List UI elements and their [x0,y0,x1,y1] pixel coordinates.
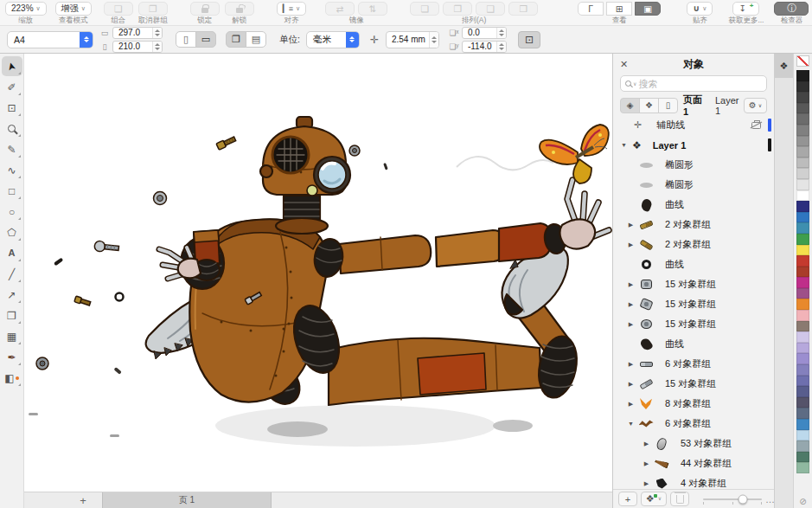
color-swatch[interactable] [796,179,809,190]
color-swatch[interactable] [796,92,809,103]
page-size-dropdown[interactable]: A4 [7,31,93,48]
color-swatch[interactable] [796,430,809,441]
tool-polygon[interactable]: ⬠ [2,222,22,242]
object-row[interactable]: 椭圆形 [613,175,774,195]
zoom-level-dropdown[interactable]: 223% ∨ [5,2,47,16]
page-width-stepper[interactable] [152,28,162,38]
color-swatch[interactable] [796,222,809,234]
expand-icon[interactable]: ▶ [626,401,636,408]
color-swatch[interactable] [796,212,809,223]
guides-color-bar[interactable] [768,119,771,132]
layer-row[interactable]: ▼ ❖ Layer 1 [613,135,774,155]
color-swatch[interactable] [796,331,809,343]
get-more-button[interactable]: ↧ + [732,2,759,16]
color-swatch[interactable] [796,190,809,202]
grid-view-button[interactable]: ⊞ [606,2,632,16]
color-swatch[interactable] [796,277,809,288]
color-swatch[interactable] [796,146,809,158]
show-all-objects-button[interactable]: ◈ [620,98,640,113]
search-input[interactable] [638,79,762,89]
tool-pick[interactable]: ➤ [2,56,22,76]
color-swatch[interactable] [796,288,809,299]
color-swatch[interactable] [796,70,809,81]
color-swatch[interactable] [796,136,809,147]
snap-dropdown[interactable]: ∪ ∨ [687,2,713,16]
mirror-vertical-button[interactable]: ⇅ [358,2,387,16]
tool-text[interactable]: A [2,243,22,263]
search-field[interactable]: ∨ [620,75,767,92]
tool-zoom[interactable] [2,119,22,138]
color-swatch[interactable] [796,462,809,473]
page-height-stepper[interactable] [152,42,162,52]
color-swatch[interactable] [796,397,809,408]
object-row[interactable]: ▶ 6 对象群组 [613,354,774,374]
tool-ellipse[interactable]: ○ [2,202,22,222]
tool-connector[interactable]: ↗ [2,285,22,305]
close-icon[interactable]: ✕ [620,59,632,70]
expand-icon[interactable]: ▶ [626,381,636,388]
guides-row[interactable]: ✛ 辅助线 [613,115,774,135]
object-row[interactable]: ▶ 44 对象群组 [613,453,774,473]
color-swatch[interactable] [796,321,809,332]
color-swatch[interactable] [796,343,809,354]
color-swatch[interactable] [796,245,809,256]
expand-icon[interactable]: ▶ [626,361,636,368]
duplicate-y-stepper[interactable] [496,42,506,52]
layer-color-bar[interactable] [768,138,771,151]
new-layer-button[interactable]: ❖ ∨ [641,492,667,506]
tool-crop[interactable]: ⊡ [2,98,22,118]
inspector-button[interactable]: ⓘ [774,2,809,16]
object-row[interactable]: ▶ 15 对象群组 [613,274,774,294]
color-swatch[interactable] [796,310,809,321]
color-swatch[interactable] [796,103,809,114]
color-swatch[interactable] [796,113,809,125]
object-row[interactable]: 曲线 [613,254,774,274]
expand-icon[interactable]: ▶ [642,460,651,467]
page-tab[interactable]: 页 1 [102,492,272,508]
page-width-field[interactable]: 297.0 [112,27,163,39]
duplicate-y-field[interactable]: -114.0 [462,41,507,53]
all-pages-button[interactable]: ❐ [226,31,246,48]
back-one-button[interactable]: ❒ [508,2,538,16]
duplicate-x-field[interactable]: 0.0 [462,27,507,39]
color-swatch[interactable] [796,125,809,136]
tool-freehand[interactable]: ✎ [2,139,22,159]
object-row[interactable]: ▶ 2 对象群组 [613,215,774,235]
layers-view-button[interactable]: ❖ [639,98,659,113]
color-swatch[interactable] [796,408,809,419]
expand-icon[interactable]: ▶ [626,301,636,308]
expand-icon[interactable]: ▶ [642,480,651,487]
object-row[interactable]: ▶ 2 对象群组 [613,235,774,254]
current-page-button[interactable]: ▤ [246,31,266,48]
add-page-button[interactable]: + [74,494,92,507]
lock-button[interactable] [190,2,220,16]
color-swatch[interactable] [796,386,809,397]
object-row[interactable]: ▶ 53 对象群组 [613,434,774,453]
color-swatch[interactable] [796,234,809,245]
to-back-button[interactable]: ❐ [443,2,472,16]
preview-view-button[interactable]: ▣ [635,2,661,16]
color-swatch[interactable] [796,452,809,463]
page-sorter-view-button[interactable]: Γ [578,2,604,16]
object-row[interactable]: ▶ 15 对象群组 [613,294,774,314]
new-object-button[interactable]: + [618,492,637,506]
color-swatch[interactable] [796,440,809,452]
color-swatch[interactable] [796,353,809,364]
color-swatch[interactable] [796,158,809,169]
nudge-stepper[interactable] [429,32,438,48]
object-row[interactable]: ▶ 8 对象群组 [613,394,774,414]
treat-as-filled-toggle[interactable]: ⊡ [518,31,540,48]
object-row[interactable]: ▶ 4 对象群组 [613,473,774,489]
slider-knob[interactable] [738,494,748,504]
tool-mesh-fill[interactable]: ▦ [2,326,22,346]
to-front-button[interactable]: ❏ [410,2,439,16]
nudge-distance-field[interactable]: 2.54 mm [386,31,439,48]
color-swatch[interactable] [796,376,809,387]
tool-eyedropper[interactable]: ✒ [2,347,22,367]
tool-shadow[interactable]: ❐ [2,305,22,325]
objects-docker-tab[interactable]: ❖ [775,54,793,78]
expand-icon[interactable]: ▼ [626,421,636,427]
tool-artistic-media[interactable]: ∿ [2,160,22,180]
object-row[interactable]: ▶ 15 对象群组 [613,314,774,334]
unlock-button[interactable] [225,2,254,16]
